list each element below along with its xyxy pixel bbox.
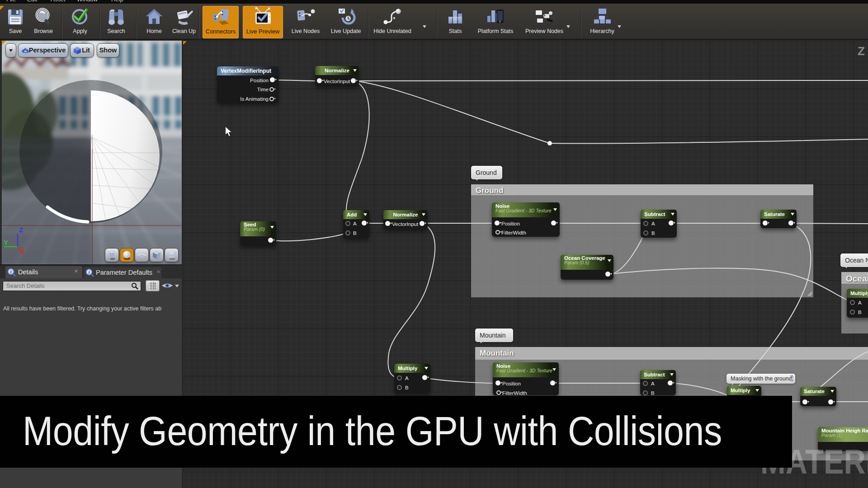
svg-text:Z: Z [19, 226, 23, 234]
svg-text:Y: Y [4, 239, 8, 246]
svg-text:X: X [20, 248, 25, 255]
